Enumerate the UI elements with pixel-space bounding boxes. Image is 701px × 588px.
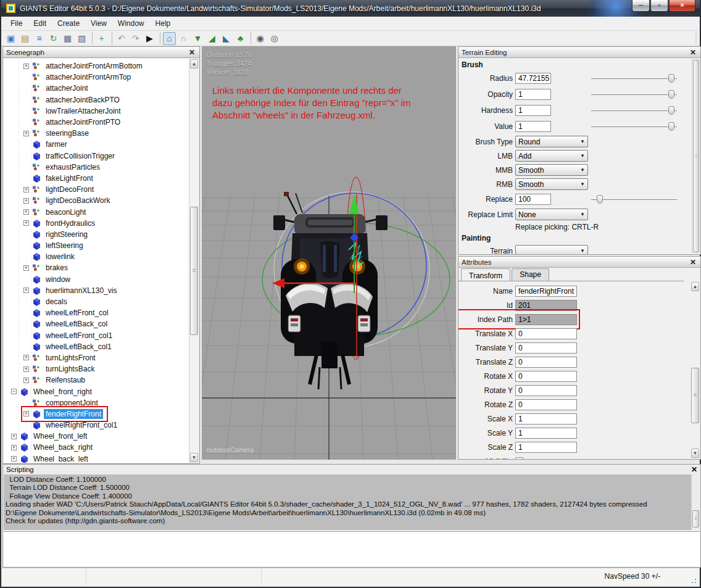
tree-item[interactable]: + huerlimannXL130_vis: [23, 285, 121, 296]
tree-item[interactable]: wheelLeftBack_col1: [23, 341, 116, 352]
menu-item[interactable]: Help: [150, 17, 176, 30]
tree-expander[interactable]: +: [23, 378, 29, 383]
script-input-area[interactable]: [4, 531, 700, 566]
value-input[interactable]: 201: [515, 300, 577, 311]
tree-item[interactable]: wheelLeftFront_col1: [23, 330, 117, 341]
menu-item[interactable]: File: [5, 17, 28, 30]
toolbar-button[interactable]: [109, 32, 114, 44]
import-icon[interactable]: +: [95, 32, 108, 45]
terrain-home-icon[interactable]: ⌂: [163, 32, 176, 45]
tree-item[interactable]: trafficCollisionTrigger: [23, 151, 119, 162]
toolbar-button[interactable]: [89, 32, 94, 44]
render-mode-icon[interactable]: ◉: [254, 32, 267, 45]
value-input[interactable]: 1: [515, 442, 577, 453]
dropdown[interactable]: Round ▼: [515, 136, 588, 147]
menu-item[interactable]: View: [85, 17, 112, 30]
value-slider[interactable]: [591, 89, 677, 99]
tree-expander[interactable]: +: [23, 355, 29, 360]
tree-item[interactable]: + brakes: [23, 262, 72, 273]
slider-thumb[interactable]: [668, 90, 674, 99]
title-bar[interactable]: GIANTS Editor 64bit 5.0.3 - D:/Eigene Do…: [1, 0, 700, 17]
tree-item[interactable]: fakeLightFront: [23, 173, 97, 184]
value-input[interactable]: 0: [515, 385, 577, 396]
tree-item[interactable]: attacherJointFrontPTO: [23, 117, 125, 128]
value-input[interactable]: 47.72155: [515, 73, 551, 84]
scroll-down-icon[interactable]: ▼: [691, 449, 699, 458]
toolbar-button[interactable]: [694, 33, 697, 44]
tree-expander[interactable]: +: [11, 456, 17, 462]
scroll-down-icon[interactable]: ▼: [190, 453, 198, 462]
tree-item[interactable]: exhaustParticles: [23, 162, 104, 173]
close-icon[interactable]: ✕: [691, 465, 697, 474]
dropdown[interactable]: Smooth ▼: [515, 178, 588, 190]
tree-item[interactable]: + lightDecoBackWork: [23, 195, 114, 206]
tree-item[interactable]: + frontHydraulics: [23, 218, 99, 229]
tree-expander[interactable]: +: [23, 220, 29, 226]
tree-item[interactable]: window: [23, 274, 75, 285]
tree-item[interactable]: + steeringBase: [23, 128, 93, 139]
save-icon[interactable]: ▦: [61, 32, 74, 45]
tree-item[interactable]: componentJoint: [23, 397, 102, 408]
tree-expander[interactable]: +: [23, 288, 29, 293]
tree-item[interactable]: decals: [23, 296, 72, 307]
scroll-thumb[interactable]: [190, 207, 198, 335]
tree-item[interactable]: + lightDecoFront: [23, 184, 98, 195]
value-input[interactable]: 0: [515, 328, 577, 339]
value-input[interactable]: 1: [515, 428, 577, 439]
tree-item[interactable]: + beaconLight: [23, 206, 90, 217]
tree-expander[interactable]: +: [23, 411, 29, 416]
toolbar-button[interactable]: [248, 32, 252, 44]
play-icon[interactable]: ▶: [143, 32, 156, 45]
tree-item[interactable]: wheelLeftBack_col: [23, 318, 112, 329]
tab-shape[interactable]: Shape: [512, 268, 549, 281]
value-slider[interactable]: [591, 122, 677, 131]
foliage-icon[interactable]: ♣: [234, 32, 247, 45]
render-mode2-icon[interactable]: ◎: [268, 32, 281, 45]
tree-item[interactable]: + Wheel_back_right: [11, 442, 97, 453]
open-file-icon[interactable]: ▤: [19, 32, 31, 45]
tree-expander[interactable]: +: [11, 445, 17, 450]
tree-item[interactable]: farmer: [23, 139, 72, 150]
tab-transform[interactable]: Transform: [461, 268, 510, 281]
log-scrollbar[interactable]: [691, 474, 700, 530]
tree-item[interactable]: wheelRightFront_col1: [23, 420, 122, 431]
tree-item[interactable]: + attacherJointFrontArmBot: [23, 60, 147, 72]
tree-item[interactable]: + turnLightsBack: [23, 363, 99, 375]
value-slider[interactable]: [591, 194, 677, 204]
value-input[interactable]: 0: [515, 371, 577, 382]
tree-item[interactable]: attacherJointFrontArmTop: [23, 72, 135, 83]
maximize-button[interactable]: ▫: [650, 0, 668, 12]
scroll-thumb[interactable]: [691, 368, 699, 423]
tree-expander[interactable]: +: [23, 131, 29, 136]
tree-expander[interactable]: +: [23, 209, 29, 215]
scroll-thumb[interactable]: [693, 60, 699, 252]
save-as-icon[interactable]: ▧: [75, 32, 88, 45]
redo-icon[interactable]: ↷: [129, 32, 142, 45]
close-icon[interactable]: ✕: [689, 48, 697, 57]
tree-expander[interactable]: +: [23, 198, 29, 204]
scroll-up-icon[interactable]: ▲: [190, 59, 198, 68]
value-input[interactable]: 0: [515, 399, 577, 410]
close-icon[interactable]: ✕: [188, 48, 196, 57]
attributes-scrollbar[interactable]: ▲ ▼: [691, 281, 700, 458]
close-icon[interactable]: ✕: [689, 258, 697, 267]
tree-item[interactable]: rightSteering: [23, 229, 92, 240]
scenegraph-tree[interactable]: + attacherJointFrontArmBot: [4, 59, 189, 463]
terrain-smooth-icon[interactable]: ∩: [177, 32, 190, 45]
value-input[interactable]: 1: [515, 413, 577, 424]
value-input[interactable]: 1: [515, 105, 551, 116]
tree-item[interactable]: − Wheel_front_right: [11, 386, 96, 397]
terrain-lower-icon[interactable]: ▼: [191, 32, 204, 45]
tree-item[interactable]: + Wheel_front_left: [11, 431, 91, 442]
value-input[interactable]: 1>1: [515, 314, 577, 325]
tree-item[interactable]: + Reifenstaub: [23, 375, 89, 386]
tree-item[interactable]: + turnLightsFront: [23, 352, 100, 363]
tree-expander[interactable]: +: [23, 265, 29, 271]
slider-thumb[interactable]: [668, 122, 674, 131]
undo-icon[interactable]: ↶: [115, 32, 128, 45]
visibility-checkbox[interactable]: ✓: [515, 457, 523, 459]
toolbar-button[interactable]: [157, 32, 162, 44]
menu-item[interactable]: Edit: [28, 17, 52, 30]
reload-icon[interactable]: ↻: [47, 32, 60, 45]
tree-item[interactable]: + Wheel_back_left: [11, 453, 93, 463]
